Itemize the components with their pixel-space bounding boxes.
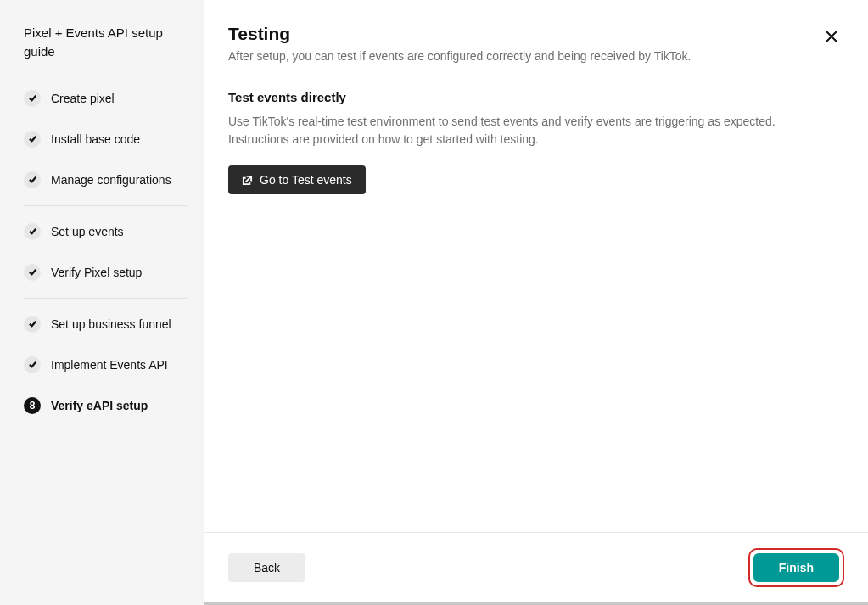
step-label: Install base code (51, 132, 140, 146)
step-label: Set up business funnel (51, 317, 171, 331)
step-install-base-code[interactable]: Install base code (24, 119, 187, 160)
main: Testing After setup, you can test if eve… (204, 0, 868, 605)
check-icon (24, 316, 41, 333)
step-number-icon: 8 (24, 397, 41, 414)
step-label: Verify Pixel setup (51, 266, 142, 279)
step-set-up-business-funnel[interactable]: Set up business funnel (24, 304, 187, 345)
step-set-up-events[interactable]: Set up events (24, 211, 187, 252)
main-content: Testing After setup, you can test if eve… (204, 0, 868, 532)
check-icon (24, 90, 41, 107)
sidebar: Pixel + Events API setup guide Create pi… (0, 0, 204, 605)
close-button[interactable] (820, 25, 843, 50)
step-manage-configurations[interactable]: Manage configurations (24, 160, 187, 200)
step-label: Verify eAPI setup (51, 399, 148, 412)
step-divider (24, 298, 187, 299)
step-implement-events-api[interactable]: Implement Events API (24, 345, 187, 385)
step-list: Create pixel Install base code Manage co… (24, 78, 187, 426)
page-subtitle: After setup, you can test if events are … (228, 49, 844, 63)
finish-highlight: Finish (748, 548, 844, 587)
section-body: Use TikTok's real-time test environment … (228, 113, 839, 148)
go-to-test-events-button[interactable]: Go to Test events (228, 165, 366, 194)
step-verify-eapi-setup[interactable]: 8 Verify eAPI setup (24, 385, 187, 426)
action-btn-label: Go to Test events (260, 173, 352, 187)
step-label: Implement Events API (51, 358, 168, 372)
step-label: Create pixel (51, 92, 115, 105)
step-label: Set up events (51, 225, 124, 238)
page-title: Testing (228, 24, 844, 44)
check-icon (24, 356, 41, 373)
sidebar-title: Pixel + Events API setup guide (24, 24, 187, 61)
section-heading: Test events directly (228, 90, 844, 104)
step-label: Manage configurations (51, 173, 171, 187)
external-link-icon (242, 175, 253, 186)
check-icon (24, 264, 41, 281)
back-button[interactable]: Back (228, 553, 305, 582)
step-divider (24, 205, 187, 206)
close-icon (824, 29, 839, 44)
finish-button[interactable]: Finish (753, 553, 839, 582)
check-icon (24, 171, 41, 188)
footer: Back Finish (204, 532, 868, 602)
check-icon (24, 131, 41, 148)
check-icon (24, 223, 41, 240)
step-verify-pixel-setup[interactable]: Verify Pixel setup (24, 252, 187, 293)
step-create-pixel[interactable]: Create pixel (24, 78, 187, 119)
